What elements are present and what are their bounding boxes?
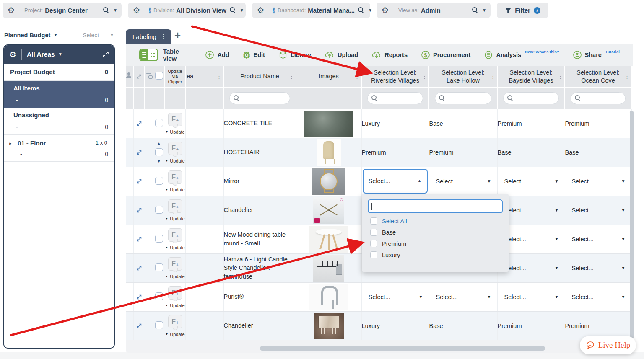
expand-row-button[interactable] bbox=[133, 311, 145, 340]
analysis-whats-this-link[interactable]: New: What's this? bbox=[525, 49, 559, 54]
sidebar-item-unassigned[interactable]: Unassigned - 0 bbox=[4, 108, 114, 135]
chevron-down-icon[interactable]: ▼ bbox=[58, 52, 62, 57]
areas-panel-header[interactable]: ⚙ All Areas ▼ bbox=[4, 45, 114, 64]
expand-row-button[interactable] bbox=[133, 167, 145, 196]
expand-row-button[interactable] bbox=[133, 225, 145, 253]
column-menu-icon[interactable]: ⋮ bbox=[216, 73, 222, 80]
update-button[interactable]: ▼Update bbox=[165, 158, 185, 163]
area-column-header[interactable]: ea ⋮ bbox=[185, 66, 223, 87]
reports-button[interactable]: Reports bbox=[371, 50, 408, 59]
project-picker[interactable]: ⚙ Project: Design Center ▼ bbox=[3, 3, 122, 18]
assign-user-column-header[interactable] bbox=[126, 66, 133, 87]
clipper-button[interactable]: F+ bbox=[168, 199, 182, 213]
level-column-header-bayside[interactable]: Selection Level: Bayside Villages ⋮ bbox=[497, 66, 565, 87]
level-column-header-ocean-cove[interactable]: Selection Level: Ocean Cove ⋮ bbox=[565, 66, 631, 87]
product-image[interactable] bbox=[314, 313, 344, 339]
procurement-button[interactable]: $ Procurement bbox=[421, 50, 470, 59]
project-budget-row[interactable]: Project Budget 0 bbox=[4, 64, 114, 81]
gear-icon[interactable]: ⚙ bbox=[382, 6, 389, 14]
level-select[interactable]: Select...▼ bbox=[498, 178, 565, 185]
select-all-rows-checkbox[interactable] bbox=[153, 66, 165, 87]
gear-icon[interactable]: ⚙ bbox=[133, 6, 140, 14]
expand-row-button[interactable] bbox=[133, 138, 145, 167]
info-icon[interactable]: i bbox=[534, 7, 540, 14]
list-view-icon[interactable] bbox=[140, 49, 148, 60]
product-image[interactable] bbox=[313, 255, 344, 282]
chevron-down-icon[interactable]: ▼ bbox=[482, 8, 486, 13]
level-select[interactable]: Select...▼ bbox=[565, 236, 631, 243]
level-select[interactable]: Select...▼ bbox=[362, 294, 429, 300]
level-column-header-riverside[interactable]: Selection Level: Riverside Villages ⋮ bbox=[361, 66, 429, 87]
upload-button[interactable]: Upload bbox=[325, 50, 358, 59]
search-icon[interactable] bbox=[472, 7, 478, 13]
move-up-icon[interactable]: ▲ bbox=[156, 141, 161, 146]
sidebar-item-all-items[interactable]: All Items - 0 bbox=[4, 81, 114, 108]
horizontal-scrollbar[interactable] bbox=[260, 346, 545, 351]
budget-mode-dropdown[interactable]: Planned Budget ▼ bbox=[4, 32, 57, 39]
view-toggle[interactable] bbox=[139, 49, 158, 61]
checkbox-icon[interactable] bbox=[370, 229, 377, 236]
option-select-all[interactable]: Select All bbox=[368, 217, 503, 225]
info-icon[interactable]: i bbox=[149, 7, 151, 14]
expand-column-header[interactable] bbox=[133, 66, 145, 87]
clipper-button[interactable]: F+ bbox=[168, 142, 182, 155]
sidebar-select-dropdown[interactable]: Select ▼ bbox=[83, 32, 114, 39]
analysis-button[interactable]: Analysis New: What's this? bbox=[484, 50, 559, 59]
edit-button[interactable]: ⚙ Edit bbox=[243, 51, 265, 59]
option-base[interactable]: Base bbox=[368, 229, 503, 236]
update-button[interactable]: ▼Update bbox=[165, 129, 185, 134]
share-tutorial-link[interactable]: Tutorial bbox=[605, 49, 620, 54]
column-menu-icon[interactable]: ⋮ bbox=[354, 73, 360, 80]
grid-view-icon[interactable] bbox=[148, 49, 157, 60]
product-image[interactable] bbox=[304, 111, 353, 137]
level-select[interactable]: Select...▼ bbox=[498, 294, 565, 300]
share-button[interactable]: Share Tutorial bbox=[573, 50, 620, 59]
clipper-button[interactable]: F+ bbox=[168, 315, 182, 328]
expand-triangle-icon[interactable]: ▸ bbox=[7, 139, 14, 158]
update-button[interactable]: ▼Update bbox=[165, 216, 185, 221]
expand-row-button[interactable] bbox=[133, 282, 145, 311]
dashboard-picker[interactable]: ⚙ i Dashboard: Material Mana... ▼ bbox=[252, 3, 370, 18]
product-image[interactable] bbox=[309, 226, 348, 253]
level-select[interactable]: Select...▼ bbox=[565, 178, 631, 185]
view-as-picker[interactable]: ⚙ View as: Admin ▼ bbox=[377, 3, 491, 18]
level-select[interactable]: Select...▼ bbox=[565, 207, 631, 214]
option-premium[interactable]: Premium bbox=[368, 240, 503, 247]
chevron-down-icon[interactable]: ▼ bbox=[240, 8, 244, 13]
update-button[interactable]: ▼Update bbox=[165, 332, 185, 337]
add-tab-button[interactable]: + bbox=[174, 30, 181, 41]
search-icon[interactable] bbox=[358, 7, 364, 13]
column-menu-icon[interactable]: ⋮ bbox=[624, 73, 630, 80]
row-checkbox[interactable] bbox=[153, 167, 165, 196]
row-checkbox[interactable] bbox=[153, 196, 165, 225]
clipper-button[interactable]: F+ bbox=[168, 170, 182, 184]
tab-menu-icon[interactable]: ⋮ bbox=[161, 33, 166, 40]
expand-row-button[interactable] bbox=[133, 253, 145, 282]
search-icon[interactable] bbox=[103, 7, 109, 13]
product-search-input[interactable] bbox=[229, 92, 290, 104]
row-checkbox[interactable] bbox=[153, 225, 165, 253]
clipper-button[interactable]: F+ bbox=[168, 257, 182, 271]
clipper-button[interactable]: F+ bbox=[168, 113, 182, 126]
update-button[interactable]: ▼Update bbox=[165, 274, 185, 279]
level-select[interactable]: Select...▼ bbox=[429, 294, 497, 300]
live-help-button[interactable]: Live Help bbox=[580, 336, 636, 354]
bayside-search-input[interactable] bbox=[503, 92, 559, 104]
column-menu-icon[interactable]: ⋮ bbox=[558, 73, 563, 80]
option-luxury[interactable]: Luxury bbox=[368, 251, 503, 258]
checkbox-icon[interactable] bbox=[370, 240, 377, 247]
filter-button[interactable]: Filter i bbox=[497, 3, 548, 18]
expand-row-button[interactable] bbox=[133, 196, 145, 225]
gear-icon[interactable]: ⚙ bbox=[8, 6, 15, 14]
product-image[interactable] bbox=[312, 168, 345, 195]
row-checkbox[interactable] bbox=[153, 253, 165, 282]
division-picker[interactable]: ⚙ i Division: All Division View ▼ bbox=[128, 3, 246, 18]
clipper-button[interactable]: F+ bbox=[168, 228, 182, 242]
update-button[interactable]: ▼Update bbox=[165, 245, 185, 250]
add-button[interactable]: Add bbox=[205, 50, 229, 59]
column-menu-icon[interactable]: ⋮ bbox=[289, 73, 294, 80]
tab-labeling[interactable]: Labeling ⋮ bbox=[126, 29, 171, 44]
lake-hollow-search-input[interactable] bbox=[435, 92, 491, 104]
column-menu-icon[interactable]: ⋮ bbox=[422, 73, 427, 80]
update-via-clipper-column-header[interactable]: Update via Clipper bbox=[165, 66, 185, 87]
